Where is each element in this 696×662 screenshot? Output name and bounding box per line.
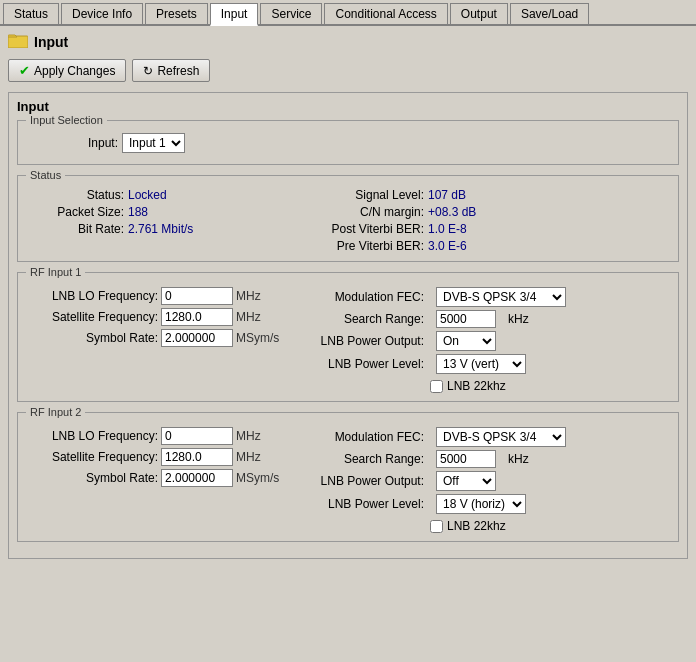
rf1-lnb-lo-label: LNB LO Frequency:: [28, 289, 158, 303]
rf2-sym-rate-input[interactable]: [161, 469, 233, 487]
rf2-fieldset: RF Input 2 LNB LO Frequency: MHz Satelli…: [17, 412, 679, 542]
tab-bar: Status Device Info Presets Input Service…: [0, 0, 696, 26]
rf1-lnb-lo-unit: MHz: [236, 289, 274, 303]
cn-margin-label: C/N margin:: [268, 205, 428, 219]
rf1-sym-rate-label: Symbol Rate:: [28, 331, 158, 345]
tab-status[interactable]: Status: [3, 3, 59, 24]
tab-presets[interactable]: Presets: [145, 3, 208, 24]
rf2-sat-freq-input[interactable]: [161, 448, 233, 466]
toolbar: ✔ Apply Changes ↻ Refresh: [8, 59, 688, 82]
status-legend: Status: [26, 169, 65, 181]
main-input-section: Input Input Selection Input: Input 1 Inp…: [8, 92, 688, 559]
rf2-mod-fec-select[interactable]: DVB-S QPSK 3/4 DVB-S QPSK 1/2 DVB-S QPSK…: [436, 427, 566, 447]
rf2-search-range-unit: kHz: [508, 452, 529, 466]
svg-rect-0: [8, 36, 28, 48]
status-value: Locked: [128, 188, 268, 202]
rf2-sat-freq-unit: MHz: [236, 450, 274, 464]
rf1-sym-rate-input[interactable]: [161, 329, 233, 347]
rf1-lnb-power-level-select[interactable]: 13 V (vert) 18 V (horiz) Off: [436, 354, 526, 374]
folder-icon: [8, 32, 28, 51]
rf1-lnb-22khz-label: LNB 22khz: [447, 379, 506, 393]
apply-changes-button[interactable]: ✔ Apply Changes: [8, 59, 126, 82]
rf2-mod-fec-label: Modulation FEC:: [294, 430, 424, 444]
cn-margin-value: +08.3 dB: [428, 205, 568, 219]
bit-rate-label: Bit Rate:: [28, 222, 128, 236]
input-selection-legend: Input Selection: [26, 114, 107, 126]
tab-input[interactable]: Input: [210, 3, 259, 26]
tab-conditional-access[interactable]: Conditional Access: [324, 3, 447, 24]
rf2-lnb-lo-label: LNB LO Frequency:: [28, 429, 158, 443]
rf1-sat-freq-unit: MHz: [236, 310, 274, 324]
rf2-lnb-power-out-select[interactable]: On Off: [436, 471, 496, 491]
rf2-lnb-22khz-checkbox[interactable]: [430, 520, 443, 533]
rf1-mod-fec-select[interactable]: DVB-S QPSK 3/4 DVB-S QPSK 1/2 DVB-S QPSK…: [436, 287, 566, 307]
packet-size-label: Packet Size:: [28, 205, 128, 219]
signal-level-value: 107 dB: [428, 188, 568, 202]
rf1-sat-freq-input[interactable]: [161, 308, 233, 326]
tab-save-load[interactable]: Save/Load: [510, 3, 589, 24]
bit-rate-value: 2.761 Mbit/s: [128, 222, 268, 236]
rf2-lnb-power-out-label: LNB Power Output:: [294, 474, 424, 488]
rf1-lnb-power-out-select[interactable]: On Off: [436, 331, 496, 351]
page-title-row: Input: [8, 32, 688, 51]
rf1-lnb-22khz-checkbox[interactable]: [430, 380, 443, 393]
rf1-legend: RF Input 1: [26, 266, 85, 278]
rf1-sat-freq-label: Satellite Frequency:: [28, 310, 158, 324]
input-label: Input:: [28, 136, 118, 150]
status-fieldset: Status Status: Locked Signal Level: 107 …: [17, 175, 679, 262]
status-label: Status:: [28, 188, 128, 202]
apply-changes-label: Apply Changes: [34, 64, 115, 78]
rf2-lnb-power-level-select[interactable]: 13 V (vert) 18 V (horiz) Off: [436, 494, 526, 514]
tab-service[interactable]: Service: [260, 3, 322, 24]
rf2-lnb-power-level-label: LNB Power Level:: [294, 497, 424, 511]
input-selection-fieldset: Input Selection Input: Input 1 Input 2: [17, 120, 679, 165]
checkmark-icon: ✔: [19, 63, 30, 78]
rf2-lnb-lo-input[interactable]: [161, 427, 233, 445]
rf2-search-range-label: Search Range:: [294, 452, 424, 466]
input-select[interactable]: Input 1 Input 2: [122, 133, 185, 153]
tab-device-info[interactable]: Device Info: [61, 3, 143, 24]
signal-level-label: Signal Level:: [268, 188, 428, 202]
rf2-lnb-lo-unit: MHz: [236, 429, 274, 443]
refresh-button[interactable]: ↻ Refresh: [132, 59, 210, 82]
rf1-sym-rate-unit: MSym/s: [236, 331, 274, 345]
rf2-search-range-input[interactable]: [436, 450, 496, 468]
pre-viterbi-label: Pre Viterbi BER:: [268, 239, 428, 253]
rf2-legend: RF Input 2: [26, 406, 85, 418]
rf2-sym-rate-label: Symbol Rate:: [28, 471, 158, 485]
packet-size-value: 188: [128, 205, 268, 219]
rf1-lnb-power-out-label: LNB Power Output:: [294, 334, 424, 348]
pre-viterbi-value: 3.0 E-6: [428, 239, 568, 253]
refresh-icon: ↻: [143, 64, 153, 78]
rf1-lnb-lo-input[interactable]: [161, 287, 233, 305]
rf1-search-range-label: Search Range:: [294, 312, 424, 326]
refresh-label: Refresh: [157, 64, 199, 78]
post-viterbi-label: Post Viterbi BER:: [268, 222, 428, 236]
rf1-lnb-power-level-label: LNB Power Level:: [294, 357, 424, 371]
rf1-search-range-unit: kHz: [508, 312, 529, 326]
rf1-fieldset: RF Input 1 LNB LO Frequency: MHz Satelli…: [17, 272, 679, 402]
rf2-sat-freq-label: Satellite Frequency:: [28, 450, 158, 464]
rf2-lnb-22khz-label: LNB 22khz: [447, 519, 506, 533]
page-title: Input: [34, 34, 68, 50]
main-section-title: Input: [17, 99, 679, 114]
page-content: Input ✔ Apply Changes ↻ Refresh Input In…: [0, 26, 696, 565]
rf1-mod-fec-label: Modulation FEC:: [294, 290, 424, 304]
rf2-sym-rate-unit: MSym/s: [236, 471, 274, 485]
rf1-search-range-input[interactable]: [436, 310, 496, 328]
tab-output[interactable]: Output: [450, 3, 508, 24]
post-viterbi-value: 1.0 E-8: [428, 222, 568, 236]
